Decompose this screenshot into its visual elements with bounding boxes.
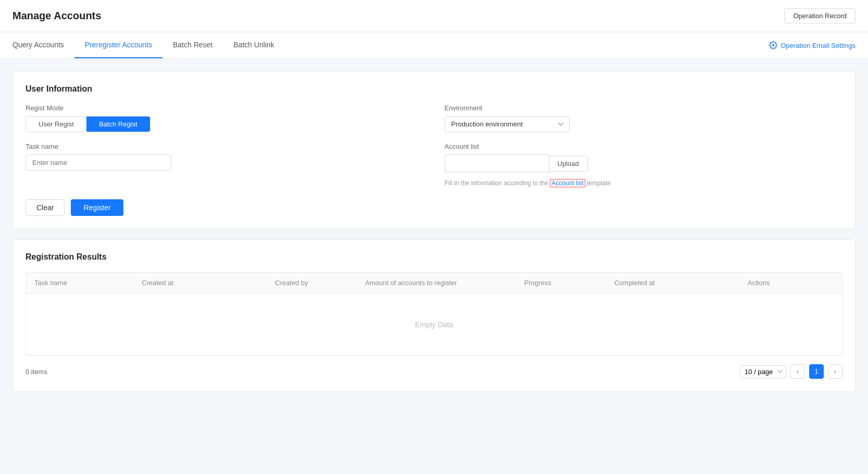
regist-mode-group: Regist Mode User Regist Batch Regist <box>26 104 424 132</box>
user-regist-btn[interactable]: User Regist <box>26 117 86 132</box>
regist-mode-toggle: User Regist Batch Regist <box>26 116 150 132</box>
batch-regist-btn[interactable]: Batch Regist <box>86 117 150 132</box>
col-completed-at: Completed at <box>614 279 744 287</box>
page-title: Manage Accounts <box>12 10 101 22</box>
gear-icon <box>769 41 777 49</box>
task-name-input[interactable] <box>26 155 171 171</box>
col-created-at: Created at <box>142 279 271 287</box>
col-task-name: Task name <box>34 279 137 287</box>
table-header: Task name Created at Created by Amount o… <box>26 272 842 293</box>
tab-preregister-accounts[interactable]: Preregister Accounts <box>74 32 162 58</box>
col-created-by: Created by <box>275 279 361 287</box>
table-body: Empty Data <box>26 293 842 356</box>
upload-hint: Fill in the information according to the… <box>445 180 843 187</box>
task-name-label: Task name <box>26 143 424 150</box>
nav-bar: Query Accounts Preregister Accounts Batc… <box>0 32 868 59</box>
email-settings-label: Operation Email Settings <box>781 42 856 49</box>
table-footer: 0 items 10 / page 20 / page 50 / page ‹ … <box>26 364 842 379</box>
next-page-button[interactable]: › <box>828 364 842 379</box>
empty-data-label: Empty Data <box>415 321 453 329</box>
environment-label: Environment <box>445 104 843 112</box>
tab-batch-unlink[interactable]: Batch Unlink <box>223 32 285 58</box>
operation-record-button[interactable]: Operation Record <box>784 8 856 23</box>
results-title: Registration Results <box>26 252 842 262</box>
prev-page-button[interactable]: ‹ <box>790 364 805 379</box>
upload-area <box>445 155 549 172</box>
user-info-title: User Information <box>26 84 842 94</box>
page-size-select[interactable]: 10 / page 20 / page 50 / page <box>740 365 786 378</box>
hint-text-before: Fill in the information according to the <box>445 180 550 187</box>
environment-select[interactable]: Production environment Staging environme… <box>445 116 570 132</box>
col-amount: Amount of accounts to register <box>365 279 520 287</box>
form-actions: Clear Register <box>26 199 842 216</box>
upload-button[interactable]: Upload <box>549 156 588 172</box>
main-content: User Information Regist Mode User Regist… <box>0 59 868 415</box>
items-count: 0 items <box>26 368 47 376</box>
pagination: 10 / page 20 / page 50 / page ‹ 1 › <box>740 364 842 379</box>
account-list-template-link[interactable]: Account list <box>550 179 585 187</box>
top-bar: Manage Accounts Operation Record <box>0 0 868 32</box>
form-grid: Regist Mode User Regist Batch Regist Env… <box>26 104 842 187</box>
regist-mode-label: Regist Mode <box>26 104 424 112</box>
email-settings-link[interactable]: Operation Email Settings <box>769 41 856 49</box>
register-button[interactable]: Register <box>71 199 123 216</box>
col-progress: Progress <box>524 279 610 287</box>
upload-row: Upload <box>445 155 843 172</box>
page-1-button[interactable]: 1 <box>809 364 824 379</box>
account-list-label: Account list <box>445 143 843 150</box>
task-name-group: Task name <box>26 143 424 187</box>
account-list-group: Account list Upload Fill in the informat… <box>445 143 843 187</box>
hint-text-after: template <box>585 180 611 187</box>
tab-batch-reset[interactable]: Batch Reset <box>162 32 223 58</box>
user-info-card: User Information Regist Mode User Regist… <box>12 71 856 229</box>
col-actions: Actions <box>748 279 834 287</box>
tab-query-accounts[interactable]: Query Accounts <box>12 32 74 58</box>
clear-button[interactable]: Clear <box>26 199 65 216</box>
nav-tabs: Query Accounts Preregister Accounts Batc… <box>12 32 285 58</box>
environment-group: Environment Production environment Stagi… <box>445 104 843 132</box>
results-card: Registration Results Task name Created a… <box>12 239 856 392</box>
